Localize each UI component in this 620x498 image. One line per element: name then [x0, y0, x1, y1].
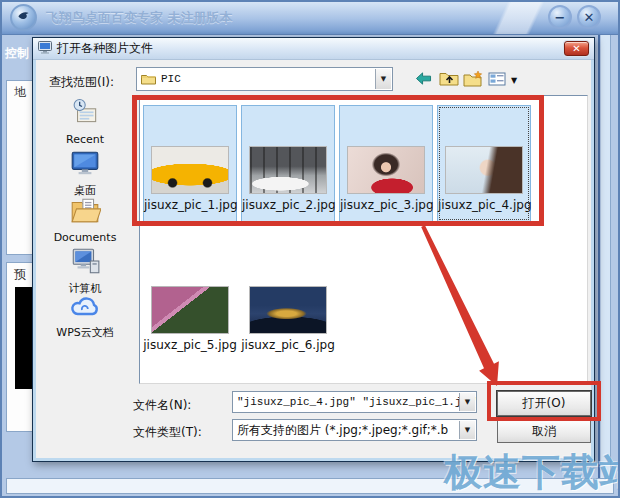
file-item-2[interactable]: jisuxz_pic_2.jpg — [241, 105, 335, 222]
app-logo-button[interactable] — [10, 4, 37, 31]
documents-folder-icon — [69, 211, 101, 230]
view-menu-icon — [488, 71, 506, 90]
background-right-strip — [595, 35, 620, 494]
new-folder-icon — [463, 70, 484, 91]
open-button[interactable]: 打开(O) — [497, 391, 591, 416]
thumbnail-woman-red-dress — [347, 146, 425, 194]
new-folder-button[interactable] — [461, 69, 485, 91]
minimize-button[interactable]: − — [548, 5, 572, 29]
file-list: jisuxz_pic_1.jpg jisuxz_pic_2.jpg jisuxz… — [139, 95, 588, 384]
file-type-value: 所有支持的图片 (*.jpg;*.jpeg;*.gif;*.b — [237, 422, 448, 439]
back-button[interactable] — [411, 69, 435, 91]
app-titlebar: 飞翔鸟桌面百变专家 未注册版本 − ✕ — [0, 0, 620, 35]
look-in-label: 查找范围(I): — [49, 74, 114, 91]
file-item-4[interactable]: jisuxz_pic_4.jpg — [437, 105, 531, 222]
file-name-combobox[interactable]: "jisuxz_pic_4.jpg" "jisuxz_pic_1.jpg" ▼ — [232, 391, 477, 413]
up-folder-icon — [439, 70, 459, 90]
dialog-close-button[interactable]: ✕ — [564, 41, 589, 56]
file-name-dropdown-arrow[interactable]: ▼ — [459, 393, 475, 411]
sidebar-item-computer[interactable]: 计算机 — [35, 246, 135, 296]
file-item-3[interactable]: jisuxz_pic_3.jpg — [339, 105, 433, 222]
file-item-1[interactable]: jisuxz_pic_1.jpg — [143, 105, 237, 222]
screen: 飞翔鸟桌面百变专家 未注册版本 − ✕ 控制 地 预 打开各种图片文件 ✕ 查找… — [0, 0, 620, 498]
folder-icon — [141, 73, 156, 85]
file-name-value: "jisuxz_pic_4.jpg" "jisuxz_pic_1.jpg" — [237, 396, 476, 408]
cancel-button[interactable]: 取消 — [497, 420, 591, 443]
file-type-dropdown-arrow[interactable]: ▼ — [459, 421, 475, 439]
desktop-icon — [69, 163, 101, 182]
look-in-dropdown-arrow[interactable]: ▼ — [375, 69, 391, 89]
file-type-combobox[interactable]: 所有支持的图片 (*.jpg;*.jpeg;*.gif;*.b ▼ — [232, 419, 477, 441]
computer-icon — [69, 261, 101, 280]
file-type-label: 文件类型(T): — [133, 424, 202, 441]
view-menu-caret[interactable]: ▼ — [511, 76, 517, 85]
recent-icon — [69, 113, 101, 132]
dialog-monitor-icon — [38, 39, 52, 58]
file-item-6[interactable]: jisuxz_pic_6.jpg — [241, 266, 335, 383]
thumbnail-yellow-suv — [151, 146, 229, 194]
wps-cloud-icon — [69, 305, 101, 324]
sidebar-item-desktop[interactable]: 桌面 — [35, 148, 135, 198]
thumbnail-castle-night — [249, 286, 327, 334]
sidebar-item-wps-cloud[interactable]: WPS云文档 — [35, 292, 135, 340]
thumbnail-woman-portrait — [445, 146, 523, 194]
look-in-value: PIC — [161, 73, 181, 85]
open-file-dialog: 打开各种图片文件 ✕ 查找范围(I): PIC ▼ — [32, 37, 595, 462]
back-arrow-icon — [415, 71, 432, 90]
dialog-title: 打开各种图片文件 — [57, 40, 153, 57]
app-close-button[interactable]: ✕ — [577, 5, 601, 29]
look-in-combobox[interactable]: PIC ▼ — [136, 67, 393, 91]
up-one-level-button[interactable] — [437, 69, 461, 91]
thumbnail-pink-green-fields — [151, 286, 229, 334]
bird-logo-icon — [15, 7, 32, 28]
app-title: 飞翔鸟桌面百变专家 未注册版本 — [46, 9, 233, 27]
sidebar-item-documents[interactable]: Documents — [35, 196, 135, 244]
status-bar — [6, 478, 614, 494]
sidebar-item-recent[interactable]: Recent — [35, 96, 135, 146]
view-menu-button[interactable] — [485, 69, 509, 91]
file-item-5[interactable]: jisuxz_pic_5.jpg — [143, 266, 237, 383]
dialog-titlebar: 打开各种图片文件 ✕ — [33, 38, 594, 60]
thumbnail-white-sportscar — [249, 146, 327, 194]
file-name-label: 文件名(N): — [133, 397, 191, 414]
left-panel-tab[interactable]: 控制 — [5, 45, 29, 62]
